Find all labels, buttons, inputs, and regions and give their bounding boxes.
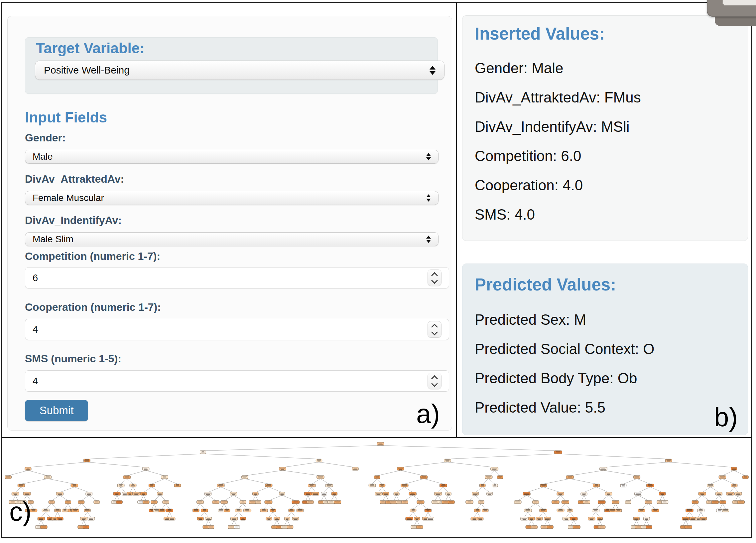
predicted-values-heading: Predicted Values: [475,275,616,295]
select-arrows-icon [430,66,436,75]
inserted-divav-indentifyav: DivAv_IndentifyAv: MSli [475,118,629,135]
stepper-icon[interactable] [428,269,441,286]
sms-label: SMS (numeric 1-5): [25,353,121,365]
inserted-values-heading: Inserted Values: [475,24,605,44]
decision-tree-visualization [2,439,751,536]
inserted-competition: Competition: 6.0 [475,148,581,164]
cooperation-value: 4 [33,324,428,335]
horizontal-divider [1,437,752,438]
predicted-body-type: Predicted Body Type: Ob [475,370,637,387]
sms-input[interactable]: 4 [25,370,449,392]
competition-label: Competition (numeric 1-7): [25,250,160,262]
inserted-cooperation: Cooperation: 4.0 [475,177,583,194]
cooperation-input[interactable]: 4 [25,319,449,340]
target-variable-selected-value: Positive Well-Being [44,65,430,76]
section-label-b: b) [714,402,738,433]
divav-indentifyav-select[interactable]: Male Slim [25,232,439,246]
divav-attraktedav-select[interactable]: Female Muscular [25,191,439,205]
divav-attraktedav-label: DivAv_AttraktedAv: [25,173,124,185]
inserted-sms: SMS: 4.0 [475,206,535,223]
stepper-icon[interactable] [428,321,441,338]
divav-attraktedav-selected-value: Female Muscular [33,193,426,203]
select-arrows-icon [426,194,431,202]
inserted-divav-attraktedav: DivAv_AttraktedAv: FMus [475,89,641,106]
target-variable-select[interactable]: Positive Well-Being [35,61,444,80]
section-label-c: c) [9,496,32,527]
divav-indentifyav-selected-value: Male Slim [33,234,426,244]
vertical-divider [456,2,457,438]
gender-selected-value: Male [33,151,426,162]
select-arrows-icon [426,153,431,160]
divav-indentifyav-label: DivAv_IndentifyAv: [25,214,122,226]
input-fields-heading: Input Fields [25,109,107,126]
submit-button[interactable]: Submit [25,400,88,421]
target-variable-heading: Target Variable: [36,40,145,57]
overlay-widget-pill [722,0,756,6]
gender-label: Gender: [25,132,66,144]
predicted-sex: Predicted Sex: M [475,312,586,328]
decision-tree-svg [2,439,751,536]
predicted-value: Predicted Value: 5.5 [475,399,605,416]
predicted-social-context: Predicted Social Context: O [475,341,654,357]
sms-value: 4 [33,376,428,387]
select-arrows-icon [426,235,431,243]
stepper-icon[interactable] [428,373,441,389]
competition-value: 6 [33,273,428,284]
inserted-gender: Gender: Male [475,60,564,76]
competition-input[interactable]: 6 [25,267,449,289]
section-label-a: a) [416,399,440,429]
cooperation-label: Cooperation (numeric 1-7): [25,301,161,314]
page: { "colors": { "heading_blue": "#4a88bf",… [0,0,756,543]
gender-select[interactable]: Male [25,150,439,164]
